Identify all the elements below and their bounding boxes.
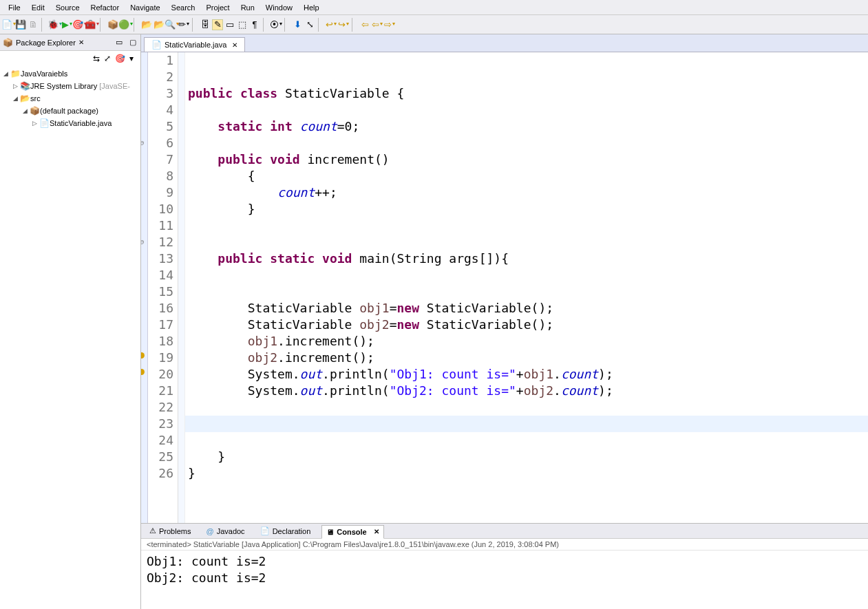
forward-icon[interactable]: ⇦▾ — [372, 19, 383, 30]
default-package[interactable]: (default package) — [40, 107, 98, 115]
javadoc-icon: @ — [206, 527, 213, 535]
run-icon[interactable]: ▶▾ — [61, 19, 72, 30]
package-icon: 📦 — [29, 106, 40, 116]
forward2-icon[interactable]: ⇨▾ — [384, 19, 395, 30]
annotation-icon[interactable]: ✏▾ — [178, 19, 189, 30]
skip-breakpoints-icon[interactable]: ⦿▾ — [271, 19, 282, 30]
menu-file[interactable]: File — [3, 1, 26, 14]
last-edit-icon[interactable]: ↩▾ — [326, 19, 337, 30]
tab-declaration[interactable]: 📄Declaration — [256, 524, 315, 537]
fold-bar — [178, 52, 185, 523]
src-folder[interactable]: src — [30, 94, 41, 103]
menu-project[interactable]: Project — [200, 1, 235, 14]
editor-tab[interactable]: 📄 StaticVariable.java ✕ — [144, 37, 245, 52]
package-explorer-title: Package Explorer — [16, 39, 76, 47]
console-output[interactable]: Obj1: count is=2 Obj2: count is=2 — [141, 551, 868, 609]
save-icon[interactable]: 💾 — [15, 19, 26, 30]
declaration-icon: 📄 — [260, 526, 270, 535]
open-type-icon[interactable]: 📂 — [141, 19, 152, 30]
close-console-icon[interactable]: ✕ — [374, 528, 379, 535]
console-line: Obj2: count is=2 — [147, 570, 862, 586]
menu-run[interactable]: Run — [235, 1, 260, 14]
mark-occurrences-icon[interactable]: ✎ — [212, 19, 223, 30]
menu-window[interactable]: Window — [260, 1, 298, 14]
close-icon[interactable]: ✕ — [78, 39, 84, 46]
tab-problems[interactable]: ⚠Problems — [145, 524, 195, 537]
save-all-icon[interactable]: 🗎 — [28, 19, 39, 30]
editor-tab-label: StaticVariable.java — [165, 41, 226, 49]
problems-icon: ⚠ — [149, 526, 156, 535]
open-task-icon[interactable]: 📂 — [154, 19, 165, 30]
main-menubar: File Edit Source Refactor Navigate Searc… — [0, 0, 868, 15]
project-tree[interactable]: ◢📁JavaVaraiebls ▷📚JRE System Library [Ja… — [0, 66, 140, 609]
code-editor[interactable]: 1 2 3 4 5 6 7 8 9 10 11 12 13 14 15 16 1… — [141, 52, 868, 523]
console-icon: 🖥 — [326, 528, 334, 536]
java-unit-icon: 📄 — [151, 40, 162, 50]
jre-suffix: [JavaSE- — [99, 82, 130, 90]
line-gutter: 1 2 3 4 5 6 7 8 9 10 11 12 13 14 15 16 1… — [148, 52, 178, 523]
console-line: Obj1: count is=2 — [147, 553, 862, 570]
debug-icon[interactable]: 🐞▾ — [49, 19, 60, 30]
coverage-icon[interactable]: 🎯▾ — [74, 19, 85, 30]
main-toolbar: 📄▾ 💾 🗎 🐞▾ ▶▾ 🎯▾ 🧰▾ 📦 🟢▾ 📂 📂 🔍▾ ✏▾ 🗄 ✎ ▭ … — [0, 15, 868, 34]
toggle-breadcrumb-icon[interactable]: 🗄 — [200, 19, 211, 30]
minimize-icon[interactable]: ▭ — [113, 38, 125, 47]
show-whitespace-icon[interactable]: ⬚ — [237, 19, 248, 30]
package-explorer-panel: 📦 Package Explorer ✕ ▭ ▢ ⇆ ⤢ 🎯 ▾ ◢📁JavaV… — [0, 34, 141, 609]
library-icon: 📚 — [19, 81, 30, 91]
link-editor-icon[interactable]: ⤢ — [104, 54, 111, 63]
bottom-panel: ⚠Problems @Javadoc 📄Declaration 🖥Console… — [141, 523, 868, 609]
next-annotation-icon[interactable]: ⬇ — [292, 19, 303, 30]
jre-library[interactable]: JRE System Library — [30, 82, 97, 90]
project-icon: 📁 — [10, 69, 21, 78]
back-icon[interactable]: ⇦ — [359, 19, 370, 30]
paragraph-icon[interactable]: ¶ — [249, 19, 260, 30]
focus-icon[interactable]: 🎯 — [115, 54, 125, 63]
collapse-all-icon[interactable]: ⇆ — [93, 54, 100, 63]
java-file-icon: 📄 — [39, 118, 50, 128]
menu-source[interactable]: Source — [50, 1, 85, 14]
search-icon[interactable]: 🔍▾ — [166, 19, 177, 30]
menu-edit[interactable]: Edit — [26, 1, 50, 14]
overview-strip — [141, 52, 148, 523]
block-selection-icon[interactable]: ▭ — [224, 19, 235, 30]
menu-refactor[interactable]: Refactor — [85, 1, 125, 14]
back-nav-icon[interactable]: ↪▾ — [338, 19, 349, 30]
menu-navigate[interactable]: Navigate — [125, 1, 165, 14]
ext-tools-icon[interactable]: 🧰▾ — [86, 19, 97, 30]
menu-help[interactable]: Help — [298, 1, 325, 14]
menu-search[interactable]: Search — [166, 1, 201, 14]
new-class-icon[interactable]: 🟢▾ — [120, 19, 131, 30]
src-folder-icon: 📂 — [19, 94, 30, 103]
project-name[interactable]: JavaVaraiebls — [21, 70, 67, 78]
prev-annotation-icon[interactable]: ⤡ — [304, 19, 315, 30]
package-explorer-icon: 📦 — [3, 38, 13, 47]
console-terminated-line: <terminated> StaticVariable [Java Applic… — [141, 539, 868, 551]
tab-javadoc[interactable]: @Javadoc — [202, 525, 248, 537]
code-area[interactable]: public class StaticVariable { static int… — [185, 52, 868, 523]
maximize-icon[interactable]: ▢ — [125, 38, 140, 47]
new-package-icon[interactable]: 📦 — [107, 19, 118, 30]
new-icon[interactable]: 📄▾ — [3, 19, 14, 30]
tab-console[interactable]: 🖥Console✕ — [321, 525, 383, 539]
close-tab-icon[interactable]: ✕ — [232, 41, 237, 49]
java-file[interactable]: StaticVariable.java — [50, 119, 112, 127]
view-menu-icon[interactable]: ▾ — [129, 54, 134, 63]
